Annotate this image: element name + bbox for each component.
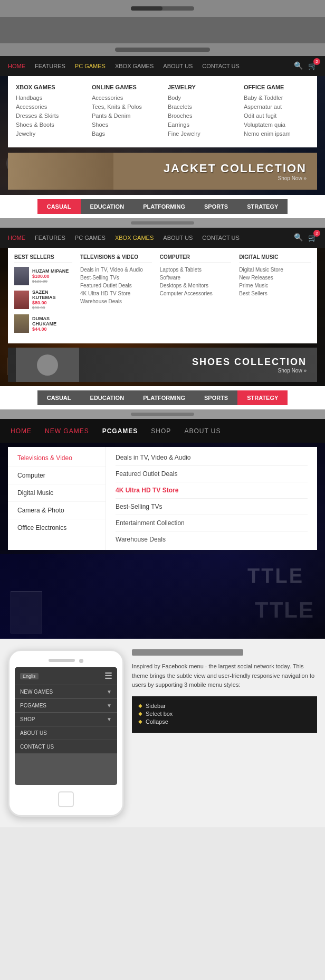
mega-item-shoes-boots[interactable]: Shoes & Boots [16, 122, 81, 128]
bestsellers-title: BEST SELLERS [14, 254, 72, 263]
mega-item-handbags[interactable]: Handbags [16, 95, 81, 101]
cart-icon-2[interactable]: 🛒 2 [308, 233, 317, 242]
mega-item-fine-jewelry[interactable]: Fine Jewelry [168, 130, 233, 137]
right-sub-item-6[interactable]: Warehouse Deals [116, 531, 308, 547]
nav-pcgames-2[interactable]: PC GAMES [75, 235, 106, 241]
bs-name-3: DUMAS CHUKAME [32, 316, 72, 326]
phone-nav-shop[interactable]: SHOP ▼ [15, 713, 117, 726]
digital-item-3[interactable]: Prime Music [239, 283, 311, 288]
desc-collapse-label: Collapse [146, 718, 168, 725]
nav-bar-1: HOME FEATURES PC GAMES XBOX GAMES ABOUT … [0, 56, 325, 76]
dark-nav-home[interactable]: HOME [11, 427, 32, 435]
tv-item-3[interactable]: Featured Outlet Deals [80, 283, 152, 288]
tab-strategy-2[interactable]: STRATEGY [237, 390, 288, 405]
tab-platforming-1[interactable]: PLATFORMING [133, 199, 195, 214]
left-menu-item-camera[interactable]: Camera & Photo [8, 502, 106, 519]
tv-item-1[interactable]: Deals in TV, Video & Audio [80, 267, 152, 273]
right-sub-item-4[interactable]: Best-Selling TVs [116, 499, 308, 515]
tab-casual-1[interactable]: CASUAL [37, 199, 81, 214]
nav-contactus-2[interactable]: CONTACT US [202, 235, 240, 241]
mega-item-bags[interactable]: Bags [92, 130, 157, 137]
scrollbar-thumb[interactable] [131, 6, 162, 11]
bs-price-old-2: $98.00 [32, 305, 72, 310]
mega-item-nemo[interactable]: Nemo enim ipsam [244, 130, 309, 137]
nav-home-2[interactable]: HOME [8, 235, 25, 241]
phone-bottom [15, 791, 117, 807]
nav-home-1[interactable]: HOME [8, 63, 25, 69]
left-menu-item-tv[interactable]: Televisions & Video [8, 450, 106, 467]
phone-nav-new-games[interactable]: NEW GAMES ▼ [15, 685, 117, 699]
mega-item-volup[interactable]: Voluptatem quia [244, 122, 309, 128]
tab-sports-1[interactable]: SPORTS [195, 199, 237, 214]
mega-item-earrings[interactable]: Earrings [168, 122, 233, 128]
tab-platforming-2[interactable]: PLATFORMING [133, 390, 195, 405]
scrollbar-track[interactable] [131, 6, 194, 11]
mega-item-jewelry[interactable]: Jewelry [16, 130, 81, 137]
mega-item-accessories2[interactable]: Accessories [92, 95, 157, 101]
tv-item-5[interactable]: Warehouse Deals [80, 298, 152, 304]
nav-xboxgames-2[interactable]: XBOX GAMES [115, 235, 154, 241]
tab-education-2[interactable]: EDUCATION [81, 390, 134, 405]
nav-xboxgames-1[interactable]: XBOX GAMES [115, 63, 154, 69]
tv-item-2[interactable]: Best-Selling TVs [80, 275, 152, 281]
mega-item-shoes2[interactable]: Shoes [92, 122, 157, 128]
mega-item-tees[interactable]: Tees, Knits & Polos [92, 104, 157, 110]
comp-item-4[interactable]: Computer Accessories [160, 291, 232, 296]
mega-item-body[interactable]: Body [168, 95, 233, 101]
phone-description-section: Englis ☰ NEW GAMES ▼ PCGAMES ▼ SHOP ▼ AB… [0, 639, 325, 827]
nav-contactus-1[interactable]: CONTACT US [202, 63, 240, 69]
mega-item-dresses[interactable]: Dresses & Skirts [16, 113, 81, 119]
right-sub-item-1[interactable]: Deals in TV, Video & Audio [116, 450, 308, 466]
dark-nav-aboutus[interactable]: ABOUT US [184, 427, 221, 435]
phone-camera [79, 659, 83, 663]
desc-box-item-collapse: ◆ Collapse [138, 718, 311, 725]
mid-scrollbar-track-1[interactable] [131, 221, 194, 225]
right-sub-item-5[interactable]: Entertainment Collection [116, 515, 308, 531]
digital-item-1[interactable]: Digital Music Store [239, 267, 311, 273]
tab-strategy-1[interactable]: STRATEGY [237, 199, 288, 214]
nav-aboutus-1[interactable]: ABOUT US [163, 63, 193, 69]
tab-education-1[interactable]: EDUCATION [81, 199, 134, 214]
nav-features-1[interactable]: FEATURES [35, 63, 65, 69]
tab-sports-2[interactable]: SPORTS [195, 390, 237, 405]
mega-item-accessories[interactable]: Accessories [16, 104, 81, 110]
mega-item-odit[interactable]: Odit aut fugit [244, 113, 309, 119]
left-menu-item-computer[interactable]: Computer [8, 467, 106, 484]
nav-pcgames-1[interactable]: PC GAMES [75, 63, 106, 69]
mega-item-brooches[interactable]: Brooches [168, 113, 233, 119]
bs-info-1: HUZAM MIPANE $100.00 $123.00 [32, 268, 69, 284]
search-icon-2[interactable]: 🔍 [294, 233, 303, 242]
dark-nav-pcgames[interactable]: PCGAMES [102, 427, 138, 435]
comp-item-3[interactable]: Desktops & Monitors [160, 283, 232, 288]
mega-item-bracelets[interactable]: Bracelets [168, 104, 233, 110]
nav-features-2[interactable]: FEATURES [35, 235, 65, 241]
mega-item-baby[interactable]: Baby & Toddler [244, 95, 309, 101]
dark-nav-shop[interactable]: SHOP [151, 427, 171, 435]
phone-nav-about[interactable]: ABOUT US [15, 726, 117, 740]
comp-item-2[interactable]: Software [160, 275, 232, 281]
jacket-shop-now[interactable]: Shop Now » [164, 175, 307, 181]
shoes-shop-now[interactable]: Shop Now » [192, 368, 307, 374]
phone-hamburger-icon[interactable]: ☰ [104, 671, 112, 681]
mega-item-pants[interactable]: Pants & Denim [92, 113, 157, 119]
digital-item-2[interactable]: New Releases [239, 275, 311, 281]
phone-home-button[interactable] [58, 791, 74, 807]
dark-nav-newgames[interactable]: NEW GAMES [45, 427, 89, 435]
cart-icon-1[interactable]: 🛒 2 [308, 61, 317, 71]
left-menu-item-digital[interactable]: Digital Music [8, 484, 106, 502]
mid-scrollbar-track-2[interactable] [131, 413, 194, 416]
nav-aboutus-2[interactable]: ABOUT US [163, 235, 193, 241]
search-icon-1[interactable]: 🔍 [294, 61, 303, 71]
right-sub-item-3[interactable]: 4K Ultra HD TV Store [116, 482, 308, 499]
tab-casual-2[interactable]: CASUAL [37, 390, 81, 405]
comp-item-1[interactable]: Laptops & Tablets [160, 267, 232, 273]
scrollbar-track-2[interactable] [115, 48, 210, 52]
right-sub-item-2[interactable]: Featured Outlet Deals [116, 466, 308, 482]
digital-item-4[interactable]: Best Sellers [239, 291, 311, 296]
tv-item-4[interactable]: 4K Ultra HD TV Store [80, 291, 152, 296]
phone-lang-btn[interactable]: Englis [20, 673, 39, 679]
left-menu-item-office[interactable]: Office Electronics [8, 519, 106, 536]
phone-nav-pcgames[interactable]: PCGAMES ▼ [15, 699, 117, 713]
phone-nav-contact[interactable]: CONTACT US [15, 740, 117, 753]
mega-item-asp[interactable]: Aspernatur aut [244, 104, 309, 110]
